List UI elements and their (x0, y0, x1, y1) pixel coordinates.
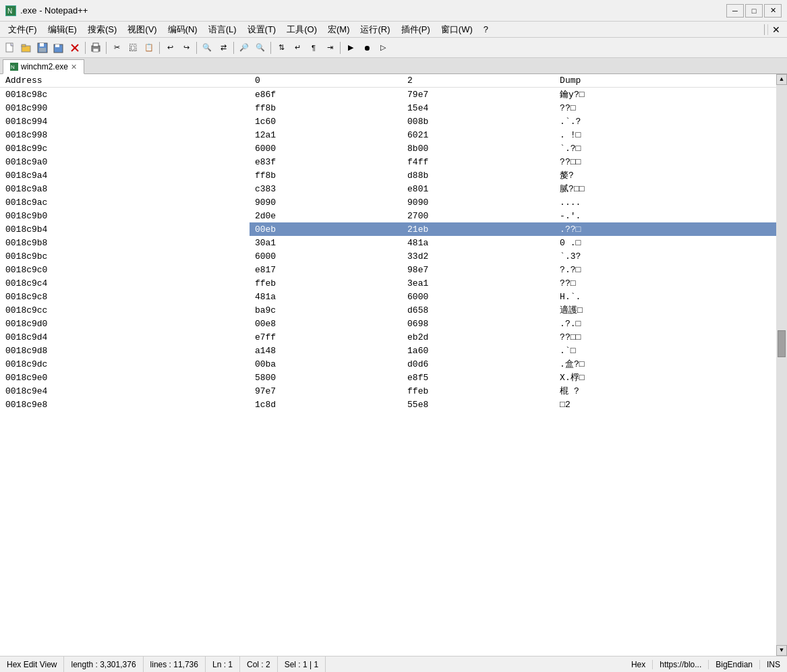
cell-hex0: e83f (250, 155, 402, 169)
toolbar-word-wrap[interactable]: ↵ (290, 40, 305, 55)
tab-winchm2[interactable]: N winchm2.exe ✕ (3, 59, 84, 74)
table-row[interactable]: 0018c9dc 00ba d0d6 .盒?□ (0, 357, 776, 371)
toolbar-save-all[interactable] (51, 40, 66, 55)
cell-address: 0018c9b4 (0, 222, 250, 236)
menu-help[interactable]: ? (478, 23, 494, 36)
cell-dump: 適護□ (554, 303, 776, 317)
cell-address: 0018c9a8 (0, 182, 250, 195)
table-row[interactable]: 0018c9e4 97e7 ffeb 棍 ? (0, 384, 776, 398)
table-row[interactable]: 0018c998 12a1 6021 . !□ (0, 128, 776, 142)
menu-tools[interactable]: 工具(O) (281, 22, 322, 37)
menu-macro[interactable]: 宏(M) (322, 22, 355, 37)
table-row[interactable]: 0018c99c 6000 8b00 `.?□ (0, 142, 776, 155)
status-col: Col : 2 (240, 656, 278, 672)
toolbar-sep-3 (159, 42, 160, 54)
cell-address: 0018c9c4 (0, 276, 250, 290)
toolbar-open[interactable] (19, 40, 34, 55)
table-row[interactable]: 0018c9ac 9090 9090 .... (0, 195, 776, 209)
table-row[interactable]: 0018c9b4 00eb 21eb .??□ (0, 222, 776, 236)
editor[interactable]: Address 0 2 Dump 0018c98c e86f 79e7 鑰y?□… (0, 74, 776, 656)
title-controls: ─ □ ✕ (726, 4, 782, 18)
table-row[interactable]: 0018c9a4 ff8b d88b 嫠? (0, 169, 776, 182)
scroll-up-button[interactable]: ▲ (776, 74, 787, 85)
table-row[interactable]: 0018c9bc 6000 33d2 `.3? (0, 249, 776, 263)
cell-dump: . !□ (554, 128, 776, 142)
toolbar-macro[interactable]: ⏺ (359, 40, 374, 55)
toolbar-new[interactable] (3, 40, 18, 55)
cell-hex2: 0698 (402, 317, 554, 330)
table-row[interactable]: 0018c9d4 e7ff eb2d ??□□ (0, 330, 776, 344)
table-row[interactable]: 0018c98c e86f 79e7 鑰y?□ (0, 88, 776, 102)
menu-run[interactable]: 运行(R) (355, 22, 395, 37)
toolbar-sync-scroll[interactable]: ⇅ (274, 40, 289, 55)
cell-hex2: f4ff (402, 155, 554, 169)
toolbar-close[interactable] (67, 40, 82, 55)
menu-search[interactable]: 搜索(S) (82, 22, 122, 37)
scrollbar-thumb[interactable] (778, 330, 786, 357)
table-row[interactable]: 0018c9b8 30a1 481a 0 .□ (0, 236, 776, 249)
toolbar-replace[interactable]: ⇄ (216, 40, 231, 55)
menu-encoding[interactable]: 编码(N) (163, 22, 203, 37)
table-row[interactable]: 0018c9c4 ffeb 3ea1 ??□ (0, 276, 776, 290)
cell-hex0: e7ff (250, 330, 402, 344)
toolbar-save[interactable] (35, 40, 50, 55)
app-icon: N (5, 5, 16, 16)
table-row[interactable]: 0018c9d0 00e8 0698 .?.□ (0, 317, 776, 330)
window-title: .exe - Notepad++ (20, 5, 88, 16)
tab-close-icon[interactable]: ✕ (71, 63, 77, 71)
cell-address: 0018c9e8 (0, 398, 250, 411)
toolbar-zoom-out[interactable]: 🔍 (253, 40, 268, 55)
toolbar-copy[interactable]: ⿴ (125, 40, 140, 55)
table-row[interactable]: 0018c9b0 2d0e 2700 -.'. (0, 209, 776, 222)
table-row[interactable]: 0018c990 ff8b 15e4 ??□ (0, 101, 776, 115)
status-ln: Ln : 1 (206, 656, 240, 672)
table-row[interactable]: 0018c994 1c60 008b .`.? (0, 115, 776, 128)
cell-address: 0018c9c8 (0, 290, 250, 303)
menu-language[interactable]: 语言(L) (203, 22, 242, 37)
status-length: length : 3,301,376 (64, 656, 143, 672)
menu-settings[interactable]: 设置(T) (242, 22, 282, 37)
menu-file[interactable]: 文件(F) (3, 22, 42, 37)
table-row[interactable]: 0018c9a0 e83f f4ff ??□□ (0, 155, 776, 169)
editor-close-x[interactable]: ✕ (767, 24, 784, 35)
table-row[interactable]: 0018c9c8 481a 6000 H.`. (0, 290, 776, 303)
table-row[interactable]: 0018c9e0 5800 e8f5 X.桴□ (0, 371, 776, 384)
close-button[interactable]: ✕ (764, 4, 782, 18)
cell-hex2: 1a60 (402, 344, 554, 357)
toolbar-paste[interactable]: 📋 (142, 40, 156, 55)
hex-body: 0018c98c e86f 79e7 鑰y?□ 0018c990 ff8b 15… (0, 88, 776, 412)
scrollbar[interactable]: ▲ ▼ (776, 74, 787, 656)
table-row[interactable]: 0018c9cc ba9c d658 適護□ (0, 303, 776, 317)
cell-hex0: 5800 (250, 371, 402, 384)
toolbar-cut[interactable]: ✂ (109, 40, 124, 55)
scroll-down-button[interactable]: ▼ (776, 645, 787, 656)
toolbar-all-chars[interactable]: ¶ (306, 40, 321, 55)
cell-dump: ??□□ (554, 330, 776, 344)
toolbar-indent[interactable]: ⇥ (322, 40, 337, 55)
table-row[interactable]: 0018c9a8 c383 e801 腻?□□ (0, 182, 776, 195)
toolbar-run[interactable]: ▶ (343, 40, 358, 55)
minimize-button[interactable]: ─ (726, 4, 744, 18)
toolbar-print[interactable] (88, 40, 103, 55)
table-row[interactable]: 0018c9d8 a148 1a60 .`□ (0, 344, 776, 357)
cell-hex0: c383 (250, 182, 402, 195)
maximize-button[interactable]: □ (745, 4, 763, 18)
toolbar-undo[interactable]: ↩ (163, 40, 177, 55)
menu-window[interactable]: 窗口(W) (436, 22, 478, 37)
status-url: https://blo... (653, 660, 709, 669)
toolbar-zoom-in[interactable]: 🔎 (237, 40, 252, 55)
cell-hex2: d88b (402, 169, 554, 182)
cell-hex2: ffeb (402, 384, 554, 398)
cell-hex0: ff8b (250, 169, 402, 182)
cell-hex2: 9090 (402, 195, 554, 209)
toolbar-redo[interactable]: ↪ (179, 40, 194, 55)
menu-plugins[interactable]: 插件(P) (396, 22, 436, 37)
toolbar-macro-play[interactable]: ▷ (376, 40, 390, 55)
menu-view[interactable]: 视图(V) (122, 22, 162, 37)
menu-edit[interactable]: 编辑(E) (42, 22, 82, 37)
table-row[interactable]: 0018c9c0 e817 98e7 ?.?□ (0, 263, 776, 276)
status-ins: INS (760, 660, 787, 669)
toolbar-find[interactable]: 🔍 (200, 40, 214, 55)
table-row[interactable]: 0018c9e8 1c8d 55e8 □2 (0, 398, 776, 411)
toolbar-sep-5 (233, 42, 234, 54)
